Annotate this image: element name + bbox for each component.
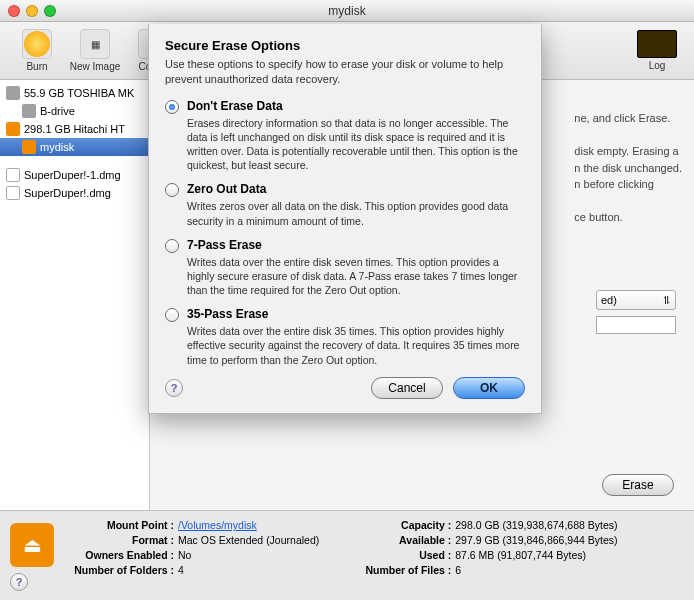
sheet-help-button[interactable]: ? — [165, 379, 183, 397]
sidebar-item-image-0[interactable]: SuperDuper!-1.dmg — [0, 166, 149, 184]
format-select[interactable]: ed) ⥮ — [596, 290, 676, 310]
option-title: Zero Out Data — [187, 182, 525, 196]
help-button[interactable]: ? — [10, 573, 28, 591]
bg-text: ce button. — [574, 209, 682, 226]
log-icon — [637, 30, 677, 58]
harddrive-icon — [22, 104, 36, 118]
option-7-pass[interactable]: 7-Pass Erase Writes data over the entire… — [165, 238, 525, 298]
bg-text: disk empty. Erasing a — [574, 143, 682, 160]
mount-point-link[interactable]: /Volumes/mydisk — [178, 519, 257, 531]
name-input[interactable] — [596, 316, 676, 334]
files-label: Number of Files : — [359, 564, 455, 576]
bg-text: n before clicking — [574, 176, 682, 193]
available-label: Available : — [359, 534, 455, 546]
option-desc: Erases directory information so that dat… — [187, 116, 525, 173]
sidebar-item-volume-mydisk[interactable]: mydisk — [0, 138, 149, 156]
bg-text: ne, and click Erase. — [574, 110, 682, 127]
option-35-pass[interactable]: 35-Pass Erase Writes data over the entir… — [165, 307, 525, 367]
folders-value: 4 — [178, 564, 184, 576]
radio-icon[interactable] — [165, 308, 179, 322]
folders-label: Number of Folders : — [68, 564, 178, 576]
sheet-title: Secure Erase Options — [165, 38, 525, 53]
external-disk-icon — [6, 122, 20, 136]
option-desc: Writes zeros over all data on the disk. … — [187, 199, 525, 227]
option-title: Don't Erase Data — [187, 99, 525, 113]
burn-button[interactable]: Burn — [8, 29, 66, 72]
window-title: mydisk — [0, 4, 694, 18]
format-select-value: ed) — [601, 294, 617, 306]
radio-icon[interactable] — [165, 100, 179, 114]
used-label: Used : — [359, 549, 455, 561]
radio-icon[interactable] — [165, 239, 179, 253]
new-image-button[interactable]: ▦ New Image — [66, 29, 124, 72]
bg-text: n the disk unchanged. — [574, 160, 682, 177]
sidebar: 55.9 GB TOSHIBA MK B-drive 298.1 GB Hita… — [0, 80, 150, 510]
external-disk-icon — [22, 140, 36, 154]
diskimage-icon — [6, 168, 20, 182]
owners-value: No — [178, 549, 191, 561]
files-value: 6 — [455, 564, 461, 576]
new-image-icon: ▦ — [80, 29, 110, 59]
sidebar-item-volume-bdrive[interactable]: B-drive — [0, 102, 149, 120]
cancel-button[interactable]: Cancel — [371, 377, 443, 399]
available-value: 297.9 GB (319,846,866,944 Bytes) — [455, 534, 617, 546]
log-label: Log — [649, 60, 666, 71]
erase-button[interactable]: Erase — [602, 474, 674, 496]
format-label: Format : — [68, 534, 178, 546]
mount-point-label: Mount Point : — [68, 519, 178, 531]
option-title: 7-Pass Erase — [187, 238, 525, 252]
sidebar-item-image-1[interactable]: SuperDuper!.dmg — [0, 184, 149, 202]
footer: ⏏ ? Mount Point :/Volumes/mydisk Format … — [0, 510, 694, 600]
burn-icon — [24, 31, 50, 57]
option-title: 35-Pass Erase — [187, 307, 525, 321]
harddrive-icon — [6, 86, 20, 100]
sidebar-item-disk-1[interactable]: 298.1 GB Hitachi HT — [0, 120, 149, 138]
ok-button[interactable]: OK — [453, 377, 525, 399]
sidebar-item-disk-0[interactable]: 55.9 GB TOSHIBA MK — [0, 84, 149, 102]
sheet-subtitle: Use these options to specify how to eras… — [165, 57, 525, 87]
option-zero-out[interactable]: Zero Out Data Writes zeros over all data… — [165, 182, 525, 227]
chevron-updown-icon: ⥮ — [662, 294, 671, 307]
option-desc: Writes data over the entire disk seven t… — [187, 255, 525, 298]
new-image-label: New Image — [70, 61, 121, 72]
log-button[interactable]: Log — [628, 30, 686, 71]
titlebar: mydisk — [0, 0, 694, 22]
secure-erase-sheet: Secure Erase Options Use these options t… — [148, 24, 542, 414]
used-value: 87.6 MB (91,807,744 Bytes) — [455, 549, 586, 561]
volume-large-icon: ⏏ — [10, 523, 54, 567]
option-dont-erase[interactable]: Don't Erase Data Erases directory inform… — [165, 99, 525, 173]
owners-label: Owners Enabled : — [68, 549, 178, 561]
radio-icon[interactable] — [165, 183, 179, 197]
burn-label: Burn — [26, 61, 47, 72]
option-desc: Writes data over the entire disk 35 time… — [187, 324, 525, 367]
capacity-value: 298.0 GB (319,938,674,688 Bytes) — [455, 519, 617, 531]
capacity-label: Capacity : — [359, 519, 455, 531]
format-value: Mac OS Extended (Journaled) — [178, 534, 319, 546]
diskimage-icon — [6, 186, 20, 200]
